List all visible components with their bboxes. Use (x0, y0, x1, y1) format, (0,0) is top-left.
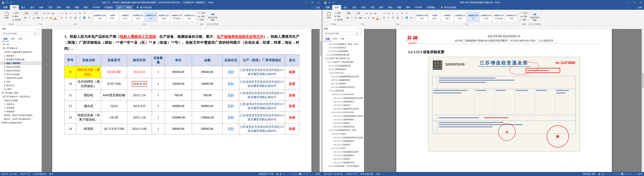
expand-arrow-icon[interactable]: ▾ (331, 112, 332, 113)
page-indicator[interactable]: 第 9 页，共 70 页 (2, 173, 17, 175)
web-layout-icon[interactable]: ▢ (283, 173, 285, 175)
close-button[interactable]: ✕ (637, 0, 643, 5)
print-layout-icon[interactable]: ▤ (280, 173, 282, 175)
italic-button[interactable]: I (350, 16, 354, 20)
scrollbar-thumb[interactable] (320, 41, 322, 56)
word-count[interactable]: 32416 个字 (20, 173, 30, 175)
nav-heading-item[interactable]: ▾3.2.1.4.2.1 设备购置/销售凭证发票 (322, 114, 364, 118)
ribbon-tab[interactable]: 设计 (28, 5, 37, 10)
zoom-in-button[interactable]: ＋ (634, 173, 636, 175)
tell-me-box[interactable]: 💡操作说明搜索 (136, 6, 152, 10)
nav-heading-item[interactable]: ▾第一章 招标公告 (0, 46, 42, 50)
zoom-level[interactable]: 100% (638, 173, 642, 175)
line-spacing-button[interactable]: ⇕ (78, 16, 82, 19)
maximize-button[interactable]: ❐ (631, 0, 637, 5)
nav-heading-item[interactable]: ▾第四章 合同条款及格式 (0, 121, 42, 125)
nav-heading-item[interactable]: ▾第三章 评标办法（综合评估法） (0, 95, 42, 99)
ribbon-tab[interactable]: 百度网盘 (102, 5, 115, 10)
italic-button[interactable]: I (28, 16, 31, 20)
ribbon-tab[interactable]: 布局 (359, 5, 368, 10)
expand-arrow-icon[interactable]: ▾ (331, 147, 332, 149)
invoice-image[interactable]: 3200223130 江苏增值税普通发票 № 11273580 (428, 57, 580, 151)
nav-heading-item[interactable]: ▾8. 开标 (0, 80, 42, 84)
ribbon-tab[interactable]: 文件 (323, 5, 332, 10)
maximize-button[interactable]: ❐ (309, 0, 315, 5)
nav-heading-item[interactable]: ▾2. 评审标准 (0, 106, 42, 110)
nav-heading-item[interactable]: ▾2. 项目概况与招标范围 (0, 58, 42, 61)
shading-button[interactable]: 🪣 (82, 16, 86, 19)
line-spacing-button[interactable]: ⇕ (400, 16, 404, 19)
style-chip[interactable]: AaBbCcD 标题 3 (454, 12, 466, 22)
print-layout-icon[interactable]: ▤ (602, 173, 604, 175)
insert-mode[interactable]: 插入 (376, 173, 380, 175)
nav-heading-item[interactable]: ▾3.2.1.5 多功能摇臂钻床（钻床） (322, 128, 364, 132)
format-painter-button[interactable]: 🖌格式刷 (12, 19, 21, 21)
expand-arrow-icon[interactable]: ▾ (329, 90, 330, 92)
font-size-combo[interactable]: 五号▼ (356, 12, 364, 15)
show-marks-button[interactable]: ¶ (405, 12, 408, 15)
close-icon[interactable]: ✕ (361, 28, 362, 30)
ribbon-tab[interactable]: 布局 (37, 5, 46, 10)
expand-arrow-icon[interactable]: ▾ (329, 129, 330, 131)
style-chip[interactable]: AaBbCcD 强调 (183, 12, 195, 22)
subscript-button[interactable]: x₂ (41, 16, 44, 20)
equipment-row[interactable]: 12抛丸机Q3242014.9.15166800.0066800.00完好江苏省… (64, 101, 299, 112)
search-input[interactable] (325, 32, 355, 35)
nav-heading-item[interactable]: ▾3.2.1.5.2.1 设备购置凭证发票 (322, 150, 364, 154)
zoom-out-button[interactable]: — (287, 173, 289, 175)
nav-heading-item[interactable]: ▾3.2.1.5.1 Z3050 (322, 132, 364, 136)
minimize-button[interactable]: — (303, 0, 309, 5)
nav-heading-item[interactable]: ▾9. 联系方式 (0, 84, 42, 87)
minimize-button[interactable]: — (625, 0, 631, 5)
nav-heading-item[interactable]: ▾3.2.1.4.1.2 设备铭牌照片 (322, 100, 364, 103)
ribbon-tab[interactable]: 插入 (19, 5, 28, 10)
numbering-button[interactable]: № (64, 12, 68, 15)
bullets-button[interactable]: ⋮≡ (382, 12, 386, 15)
style-chip[interactable]: AaBbCcD 强调 (506, 12, 518, 22)
nav-tab[interactable]: 结果 (339, 37, 346, 41)
indent-button[interactable]: ⇥ (74, 12, 77, 15)
highlight-color-button[interactable]: ab (372, 16, 375, 20)
nav-heading-item[interactable]: ▾3.2.1.5.2.2 设备铭牌照片 (322, 154, 364, 157)
save-to-baidu-button[interactable]: ☁ 保存到百度网盘 (530, 11, 539, 22)
chevron-down-icon[interactable]: ▾ (36, 28, 37, 30)
ribbon-tab[interactable]: 审阅 (64, 5, 72, 10)
subscript-button[interactable]: x₂ (363, 16, 366, 20)
nav-heading-item[interactable]: ▾3.2.1 企业生产厂房及详细地址 (322, 60, 364, 64)
align-left-button[interactable]: ☰ (382, 16, 386, 19)
scrollbar-thumb[interactable] (642, 73, 644, 88)
expand-arrow-icon[interactable]: ▾ (331, 133, 332, 135)
nav-heading-item[interactable]: ▾第一卷 (0, 43, 42, 46)
style-chip[interactable]: AaBl 标题 1 (429, 12, 441, 22)
nav-heading-item[interactable]: ▾3.2.1.5.1.2 设备铭牌照片 (322, 139, 364, 143)
nav-heading-item[interactable]: ▾3.2.1.5.1.3 设备照片 (322, 143, 364, 146)
nav-tab[interactable]: 标题 (2, 37, 9, 41)
nav-tab[interactable]: 结果 (16, 37, 24, 41)
search-input[interactable] (3, 32, 33, 35)
language-indicator[interactable]: 中文(中国大陆) (360, 173, 373, 175)
change-case-button[interactable]: Aa (51, 12, 54, 15)
zoom-level[interactable]: 160% (315, 173, 320, 175)
grow-font-button[interactable]: A˄ (365, 12, 368, 15)
nav-heading-item[interactable]: ▾3. 评标程序 (0, 110, 42, 113)
ribbon-tab[interactable]: 插入 (341, 5, 350, 10)
save-icon[interactable]: 💾 (324, 1, 327, 4)
accessibility-status[interactable]: 辅助功能: 调查 (583, 173, 596, 175)
equipment-row[interactable]: 13热喷涂设备（等离子喷涂机）SX-802015.1.201156000.001… (64, 112, 299, 123)
ribbon-tab[interactable]: 审阅 (386, 5, 395, 10)
show-marks-button[interactable]: ¶ (82, 12, 86, 15)
justify-button[interactable]: ▤ (396, 16, 399, 19)
superscript-button[interactable]: x² (45, 16, 48, 20)
share-button[interactable]: 👤 共享 (635, 6, 642, 9)
ribbon-tab[interactable]: 邮件 (54, 5, 64, 10)
web-layout-icon[interactable]: ▢ (605, 173, 607, 175)
borders-button[interactable]: ⊞ (409, 16, 413, 19)
nav-heading-item[interactable]: ▾1. 评标方法 (0, 102, 42, 106)
shrink-font-button[interactable]: A˅ (47, 12, 50, 15)
expand-arrow-icon[interactable]: ▾ (329, 72, 330, 74)
style-chip[interactable]: AaBbCcDd 标题 (416, 12, 428, 22)
font-color-button[interactable]: A (376, 16, 379, 20)
font-name-combo[interactable]: 宋体▼ (24, 12, 32, 15)
zoom-slider-thumb[interactable] (300, 173, 301, 175)
sort-button[interactable]: ⇅ (78, 12, 82, 15)
